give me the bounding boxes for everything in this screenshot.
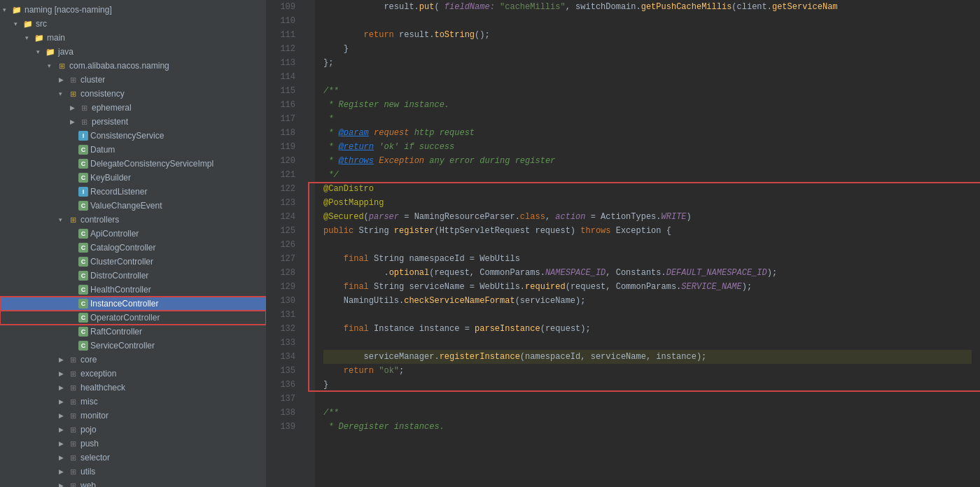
tree-item-ApiController[interactable]: CApiController [0, 227, 266, 241]
tree-item-OperatorController[interactable]: COperatorController [0, 311, 266, 325]
tree-arrow: ▶ [59, 384, 67, 391]
tree-item-HealthController[interactable]: CHealthController [0, 283, 266, 297]
tree-item-push[interactable]: ▶⊞push [0, 437, 266, 451]
gutter-line-132 [301, 322, 315, 336]
code-line-117: * [323, 112, 972, 126]
tree-item-label: consistency [80, 89, 125, 99]
code-editor[interactable]: 1091101111121131141151161171181191201211… [266, 0, 980, 487]
tree-arrow: ▾ [48, 62, 56, 69]
line-number-129: 129 [272, 280, 295, 294]
gutter-line-134 [301, 350, 315, 364]
tree-item-monitor[interactable]: ▶⊞monitor [0, 409, 266, 423]
line-number-125: 125 [272, 224, 295, 238]
class-icon: C [78, 173, 88, 183]
gutter-line-133 [301, 336, 315, 350]
tree-item-ConsistencyService[interactable]: IConsistencyService [0, 129, 266, 143]
gutter-line-125 [301, 224, 315, 238]
class-icon: C [78, 285, 88, 295]
gutter-line-126 [301, 238, 315, 252]
folder-icon: 📁 [11, 5, 22, 15]
gutter-line-136 [301, 378, 315, 392]
gutter-line-124 [301, 210, 315, 224]
tree-item-label: utils [80, 467, 95, 477]
class-icon: C [78, 299, 88, 309]
tree-arrow: ▶ [59, 482, 67, 487]
line-number-110: 110 [272, 14, 295, 28]
folder-icon: 📁 [34, 33, 45, 43]
line-number-128: 128 [272, 266, 295, 280]
tree-item-InstanceController[interactable]: CInstanceController [0, 297, 266, 311]
file-tree[interactable]: ▾📁naming [nacos-naming]▾📁src▾📁main▾📁java… [0, 0, 266, 487]
code-line-124: @Secured(parser = NamingResourceParser.c… [323, 210, 972, 224]
line-number-111: 111 [272, 28, 295, 42]
code-line-138: /** [323, 406, 972, 420]
tree-item-RecordListener[interactable]: IRecordListener [0, 185, 266, 199]
tree-arrow: ▶ [70, 104, 78, 111]
line-number-136: 136 [272, 378, 295, 392]
tree-item-web[interactable]: ▶⊞web [0, 479, 266, 487]
tree-item-src[interactable]: ▾📁src [0, 17, 266, 31]
package-icon: ⊞ [67, 425, 78, 435]
line-number-137: 137 [272, 392, 295, 406]
tree-arrow: ▾ [14, 20, 22, 27]
package-icon: ⊞ [67, 75, 78, 85]
tree-item-Datum[interactable]: CDatum [0, 143, 266, 157]
line-number-126: 126 [272, 238, 295, 252]
tree-item-label: DelegateConsistencyServiceImpl [90, 159, 214, 169]
line-number-118: 118 [272, 126, 295, 140]
tree-item-healthcheck[interactable]: ▶⊞healthcheck [0, 381, 266, 395]
code-line-125: public String register(HttpServletReques… [323, 224, 972, 238]
tree-item-label: InstanceController [90, 299, 158, 309]
tree-item-ServiceController[interactable]: CServiceController [0, 339, 266, 353]
tree-item-DelegateConsistencyServiceImpl[interactable]: CDelegateConsistencyServiceImpl [0, 157, 266, 171]
tree-item-ClusterController[interactable]: CClusterController [0, 255, 266, 269]
tree-item-CatalogController[interactable]: CCatalogController [0, 241, 266, 255]
tree-item-KeyBuilder[interactable]: CKeyBuilder [0, 171, 266, 185]
gutter-line-111 [301, 28, 315, 42]
tree-item-naming[interactable]: ▾📁naming [nacos-naming] [0, 3, 266, 17]
tree-item-label: ApiController [90, 229, 139, 239]
tree-item-label: HealthController [90, 285, 151, 295]
gutter-line-120 [301, 154, 315, 168]
gutter-line-110 [301, 14, 315, 28]
tree-item-cluster[interactable]: ▶⊞cluster [0, 73, 266, 87]
tree-item-label: RecordListener [90, 187, 147, 197]
tree-arrow: ▶ [59, 454, 67, 461]
tree-item-consistency[interactable]: ▾⊞consistency [0, 87, 266, 101]
tree-item-ephemeral[interactable]: ▶⊞ephemeral [0, 101, 266, 115]
tree-item-ValueChangeEvent[interactable]: CValueChangeEvent [0, 199, 266, 213]
tree-item-label: persistent [92, 117, 128, 127]
tree-arrow: ▾ [36, 48, 45, 55]
gutter-line-121 [301, 168, 315, 182]
tree-item-DistroController[interactable]: CDistroController [0, 269, 266, 283]
tree-item-persistent[interactable]: ▶⊞persistent [0, 115, 266, 129]
line-numbers: 1091101111121131141151161171181191201211… [266, 0, 301, 487]
code-line-119: * @return 'ok' if success [323, 140, 972, 154]
gutter [301, 0, 315, 487]
tree-item-java[interactable]: ▾📁java [0, 45, 266, 59]
gutter-line-131 [301, 308, 315, 322]
tree-item-controllers[interactable]: ▾⊞controllers [0, 213, 266, 227]
tree-item-main[interactable]: ▾📁main [0, 31, 266, 45]
tree-item-core[interactable]: ▶⊞core [0, 353, 266, 367]
tree-item-exception[interactable]: ▶⊞exception [0, 367, 266, 381]
tree-item-pojo[interactable]: ▶⊞pojo [0, 423, 266, 437]
tree-arrow: ▶ [59, 440, 67, 447]
package-icon: ⊞ [67, 481, 78, 487]
code-line-123: @PostMapping [323, 196, 972, 210]
line-number-113: 113 [272, 56, 295, 70]
tree-arrow: ▶ [59, 356, 67, 363]
gutter-line-116 [301, 98, 315, 112]
tree-item-misc[interactable]: ▶⊞misc [0, 395, 266, 409]
code-line-132: final Instance instance = parseInstance(… [323, 322, 972, 336]
tree-item-com-alibaba[interactable]: ▾⊞com.alibaba.nacos.naming [0, 59, 266, 73]
tree-item-selector[interactable]: ▶⊞selector [0, 451, 266, 465]
tree-item-utils[interactable]: ▶⊞utils [0, 465, 266, 479]
package-icon: ⊞ [67, 411, 78, 421]
gutter-line-112 [301, 42, 315, 56]
interface-icon: I [78, 131, 88, 141]
package-icon: ⊞ [67, 89, 78, 99]
line-number-130: 130 [272, 294, 295, 308]
tree-item-label: web [80, 481, 96, 487]
tree-item-RaftController[interactable]: CRaftController [0, 325, 266, 339]
